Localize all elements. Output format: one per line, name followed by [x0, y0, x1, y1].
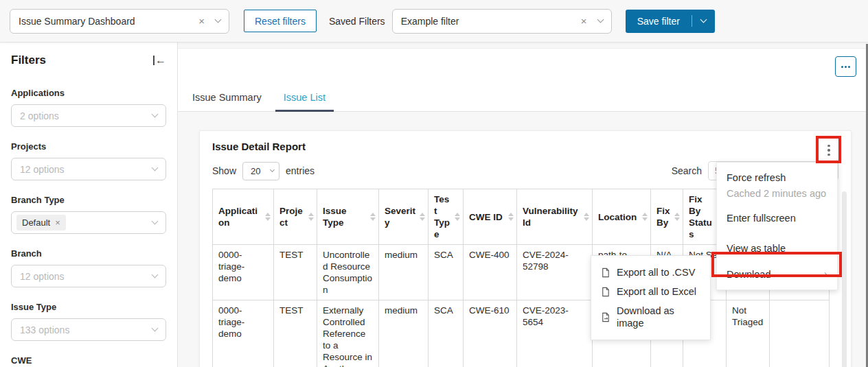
filter-label: Applications — [11, 88, 166, 98]
filter-label: Projects — [11, 141, 166, 152]
sort-down-arrow — [370, 217, 376, 221]
remove-tag-icon[interactable]: × — [55, 217, 60, 228]
file-icon — [600, 287, 610, 297]
table-row: 0000-triage-demoTESTExternally Controlle… — [213, 300, 830, 367]
collapse-bar — [153, 56, 155, 65]
sort-up-arrow — [642, 213, 648, 216]
sort-icon[interactable] — [308, 213, 314, 221]
table-cell: 0000-triage-demo — [213, 300, 274, 367]
filter-section-projects: Projects12 options — [11, 141, 166, 180]
save-filter-button[interactable]: Save filter — [626, 16, 692, 27]
column-header-cwe-id[interactable]: CWE ID — [464, 189, 517, 245]
tab-issue-summary[interactable]: Issue Summary — [184, 85, 270, 112]
table-scrollbar[interactable] — [842, 191, 847, 367]
card-title: Issue Detail Report — [212, 141, 838, 152]
sort-up-arrow — [308, 213, 314, 216]
sort-icon[interactable] — [265, 213, 271, 221]
submenu-item-label: Download as image — [617, 305, 701, 329]
sort-down-arrow — [508, 217, 514, 221]
table-cell: medium — [379, 245, 429, 300]
reset-filters-button[interactable]: Reset filters — [244, 10, 317, 32]
app-window: Issue Summary Dashboard × Reset filters … — [0, 0, 868, 367]
filter-label: Issue Type — [11, 302, 166, 312]
submenu-item-export-all-to-excel[interactable]: Export all to Excel — [591, 282, 710, 301]
more-options-icon — [841, 66, 843, 68]
chevron-down-icon — [152, 325, 159, 332]
column-label: Issue Type — [323, 206, 347, 228]
clear-selection-icon[interactable]: × — [581, 15, 587, 27]
sort-icon[interactable] — [420, 213, 425, 221]
column-label: Vulnerability Id — [523, 206, 578, 228]
column-label: Test Type — [434, 194, 450, 239]
chevron-down-icon — [700, 16, 707, 23]
select-placeholder: 2 options — [20, 110, 59, 121]
sort-icon[interactable] — [584, 213, 589, 221]
submenu-item-download-as-image[interactable]: Download as image — [591, 301, 710, 333]
filter-select-projects[interactable]: 12 options — [11, 158, 166, 180]
column-header-application[interactable]: Application — [213, 189, 274, 245]
column-label: Application — [218, 206, 258, 228]
column-header-fix-by[interactable]: Fix By — [651, 189, 683, 245]
sort-down-arrow — [674, 217, 680, 221]
column-label: Severity — [385, 206, 415, 228]
sort-icon[interactable] — [455, 213, 460, 221]
highlight-box-kebab — [816, 136, 841, 163]
select-placeholder: 12 options — [20, 271, 65, 282]
selected-tag-label: Default — [22, 217, 50, 228]
save-filter-split-button: Save filter — [626, 10, 715, 33]
sort-icon[interactable] — [508, 213, 514, 221]
filter-section-applications: Applications2 options — [11, 88, 166, 127]
sort-icon[interactable] — [642, 213, 648, 221]
collapse-sidebar-icon[interactable]: ← — [153, 54, 166, 67]
select-placeholder: 12 options — [20, 164, 65, 175]
submenu-item-label: Export all to Excel — [617, 285, 696, 298]
column-header-issue-type[interactable]: Issue Type — [317, 189, 379, 245]
download-submenu: Export all to .CSVExport all to ExcelDow… — [591, 255, 711, 340]
more-options-icon — [848, 66, 850, 68]
column-header-project[interactable]: Project — [274, 189, 317, 245]
clear-selection-icon[interactable]: × — [198, 15, 205, 27]
sort-icon[interactable] — [370, 213, 376, 221]
submenu-item-export-all-to-csv[interactable]: Export all to .CSV — [591, 263, 710, 282]
menu-item-force-refresh[interactable]: Force refresh — [717, 168, 837, 187]
table-cell: SCA — [429, 245, 464, 300]
column-header-test-type[interactable]: Test Type — [429, 189, 464, 245]
sort-down-arrow — [420, 217, 425, 221]
column-header-location[interactable]: Location — [593, 189, 651, 245]
page-size-value: 20 — [251, 166, 260, 176]
chevron-down-icon — [152, 272, 159, 279]
table-cell: TEST — [274, 245, 317, 300]
column-header-vulnerability-id[interactable]: Vulnerability Id — [517, 189, 593, 245]
tab-issue-list[interactable]: Issue List — [275, 85, 334, 112]
filter-select-issue-type[interactable]: 133 options — [11, 318, 166, 341]
dashboard-select-value: Issue Summary Dashboard — [19, 16, 135, 27]
column-header-severity[interactable]: Severity — [379, 189, 429, 245]
sort-up-arrow — [265, 213, 271, 216]
table-cell — [770, 300, 830, 367]
page-size-select[interactable]: 20 — [242, 162, 279, 180]
select-placeholder: 133 options — [20, 324, 69, 335]
chevron-down-icon — [152, 165, 159, 171]
sort-icon[interactable] — [674, 213, 680, 221]
filter-select-applications[interactable]: 2 options — [11, 104, 166, 127]
column-label: Project — [279, 206, 303, 228]
image-file-icon — [600, 312, 610, 322]
save-filter-dropdown-button[interactable] — [692, 20, 715, 22]
table-cell: CWE-610 — [464, 300, 517, 367]
saved-filter-select[interactable]: Example filter × — [392, 9, 612, 34]
menu-item-enter-fullscreen[interactable]: Enter fullscreen — [717, 209, 837, 228]
sort-up-arrow — [508, 213, 514, 216]
collapse-arrow: ← — [155, 56, 166, 65]
chevron-down-icon — [597, 16, 604, 23]
filter-section-branch: Branch12 options — [11, 248, 166, 287]
sidebar-header: Filters ← — [11, 54, 166, 67]
filter-select-branch-type[interactable]: Default× — [11, 211, 166, 234]
filter-label: CWE — [11, 355, 166, 366]
sidebar-title: Filters — [11, 54, 46, 67]
sort-down-arrow — [642, 217, 648, 221]
sort-down-arrow — [308, 217, 314, 221]
table-cell: TEST — [274, 300, 317, 367]
dashboard-select[interactable]: Issue Summary Dashboard × — [10, 9, 229, 34]
filter-select-branch[interactable]: 12 options — [11, 265, 166, 287]
dashboard-more-options-button[interactable] — [835, 56, 856, 77]
